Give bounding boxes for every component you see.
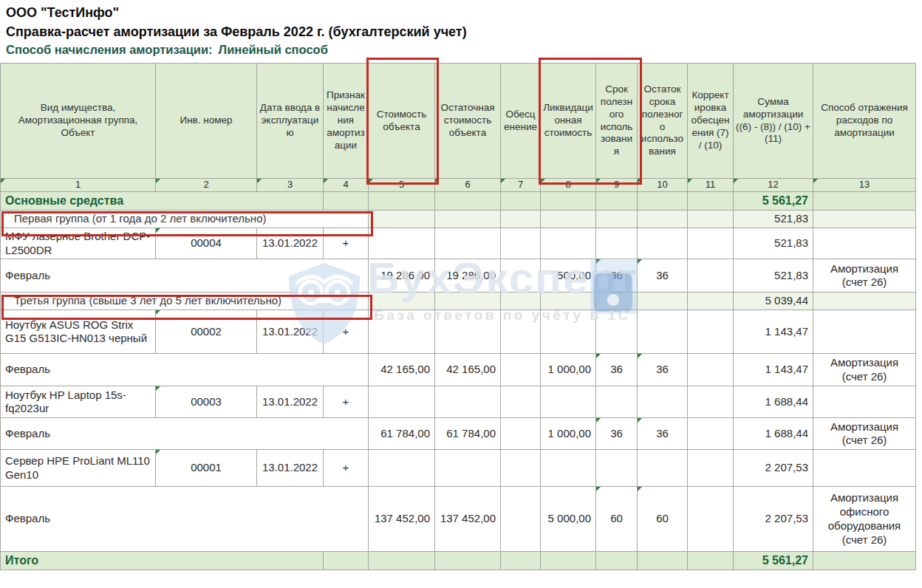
cell-empty	[813, 228, 916, 259]
month-row: Февраль 19 286,00 19 286,00 500,00 36 36…	[1, 259, 916, 293]
method-value: Линейный способ	[219, 43, 328, 56]
inv-number: 00003	[156, 386, 257, 418]
cell-empty	[596, 228, 638, 259]
column-number: 8	[541, 179, 596, 192]
column-number: 9	[596, 179, 638, 192]
liquidation-value: 1 000,00	[541, 354, 596, 386]
cell-empty	[813, 192, 916, 211]
asset-name: МФУ лазерное Brother DCP-L2500DR	[1, 228, 156, 259]
cell-empty	[688, 310, 734, 354]
cell-empty	[638, 386, 688, 418]
cell-empty	[596, 552, 638, 570]
cell-empty	[813, 310, 916, 354]
cell-empty	[501, 293, 541, 310]
asset-name: Ноутбук ASUS ROG Strix G15 G513IC-HN013 …	[1, 310, 156, 354]
cell-empty	[596, 293, 638, 310]
cell-empty	[369, 211, 435, 228]
useful-life-remaining: 36	[638, 354, 688, 386]
column-number: 5	[369, 179, 435, 192]
cell-empty	[541, 211, 596, 228]
col-header-inv-number: Инв. номер	[156, 64, 257, 179]
useful-life-remaining: 36	[638, 418, 688, 450]
commission-date: 13.01.2022	[257, 386, 324, 418]
cell-empty	[501, 552, 541, 570]
depr-amount: 2 207,53	[734, 450, 813, 487]
object-cost: 42 165,00	[369, 354, 435, 386]
expense-method: Амортизация (счет 26)	[813, 418, 916, 450]
cell-empty	[638, 450, 688, 487]
depreciation-method-line: Способ начисления амортизации:Линейный с…	[6, 41, 467, 59]
cell-empty	[501, 418, 541, 450]
grand-total-label: Итого	[1, 552, 324, 570]
cell-empty	[688, 386, 734, 418]
column-number: 11	[688, 179, 734, 192]
cell-empty	[541, 192, 596, 211]
cell-empty	[369, 552, 435, 570]
report-title: Справка-расчет амортизации за Февраль 20…	[6, 22, 467, 41]
depreciation-report-page: ООО "ТестИнфо" Справка-расчет амортизаци…	[0, 0, 922, 588]
group-total-amount: 5 561,27	[734, 192, 813, 211]
asset-row: Ноутбук ASUS ROG Strix G15 G513IC-HN013 …	[1, 310, 916, 354]
group-row-first-group: Первая группа (от 1 года до 2 лет включи…	[1, 211, 916, 228]
inv-number: 00001	[156, 450, 257, 487]
month-row: Февраль 42 165,00 42 165,00 1 000,00 36 …	[1, 354, 916, 386]
cell-empty	[813, 211, 916, 228]
col-header-asset: Вид имущества, Амортизационная группа, О…	[1, 64, 156, 179]
cell-empty	[813, 293, 916, 310]
cell-empty	[596, 211, 638, 228]
column-number: 2	[156, 179, 257, 192]
cell-empty	[541, 386, 596, 418]
company-name: ООО "ТестИнфо"	[6, 3, 467, 22]
cell-empty	[638, 192, 688, 211]
cell-empty	[501, 310, 541, 354]
cell-empty	[501, 211, 541, 228]
table-header-row: Вид имущества, Амортизационная группа, О…	[1, 64, 916, 179]
inv-number: 00004	[156, 228, 257, 259]
month-label: Февраль	[1, 418, 369, 450]
asset-name: Сервер HPE ProLiant ML110 Gen10	[1, 450, 156, 487]
cell-empty	[435, 293, 501, 310]
col-header-commission-date: Дата ввода в эксплуатацию	[257, 64, 324, 179]
month-row: Февраль 61 784,00 61 784,00 1 000,00 36 …	[1, 418, 916, 450]
cell-empty	[688, 552, 734, 570]
cell-empty	[688, 450, 734, 487]
column-number: 7	[501, 179, 541, 192]
cell-empty	[501, 259, 541, 293]
cell-empty	[638, 293, 688, 310]
asset-row: Ноутбук HP Laptop 15s-fq2023ur 00003 13.…	[1, 386, 916, 418]
cell-empty	[369, 293, 435, 310]
depr-flag: +	[324, 310, 369, 354]
cell-empty	[688, 192, 734, 211]
cell-empty	[501, 386, 541, 418]
group-total-amount: 521,83	[734, 211, 813, 228]
depr-amount: 1 688,44	[734, 418, 813, 450]
depr-amount: 2 207,53	[734, 487, 813, 552]
cell-empty	[541, 552, 596, 570]
cell-empty	[541, 228, 596, 259]
cell-empty	[501, 228, 541, 259]
depr-amount: 1 688,44	[734, 386, 813, 418]
cell-empty	[596, 450, 638, 487]
cell-empty	[688, 211, 734, 228]
month-row: Февраль 137 452,00 137 452,00 5 000,00 6…	[1, 487, 916, 552]
cell-empty	[501, 487, 541, 552]
depr-flag: +	[324, 450, 369, 487]
column-number: 4	[324, 179, 369, 192]
cell-empty	[435, 552, 501, 570]
col-header-liquidation-value: Ликвидационная стоимость	[541, 64, 596, 179]
liquidation-value: 500,00	[541, 259, 596, 293]
month-label: Февраль	[1, 487, 369, 552]
col-header-residual-cost: Остаточная стоимость объекта	[435, 64, 501, 179]
cell-empty	[688, 228, 734, 259]
group-label: Третья группа (свыше 3 лет до 5 лет вклю…	[1, 293, 369, 310]
cell-empty	[435, 450, 501, 487]
useful-life: 36	[596, 259, 638, 293]
cell-empty	[435, 192, 501, 211]
object-cost: 61 784,00	[369, 418, 435, 450]
depr-amount: 1 143,47	[734, 310, 813, 354]
commission-date: 13.01.2022	[257, 310, 324, 354]
cell-empty	[435, 310, 501, 354]
column-number: 6	[435, 179, 501, 192]
cell-empty	[688, 354, 734, 386]
group-row-third-group: Третья группа (свыше 3 лет до 5 лет вклю…	[1, 293, 916, 310]
